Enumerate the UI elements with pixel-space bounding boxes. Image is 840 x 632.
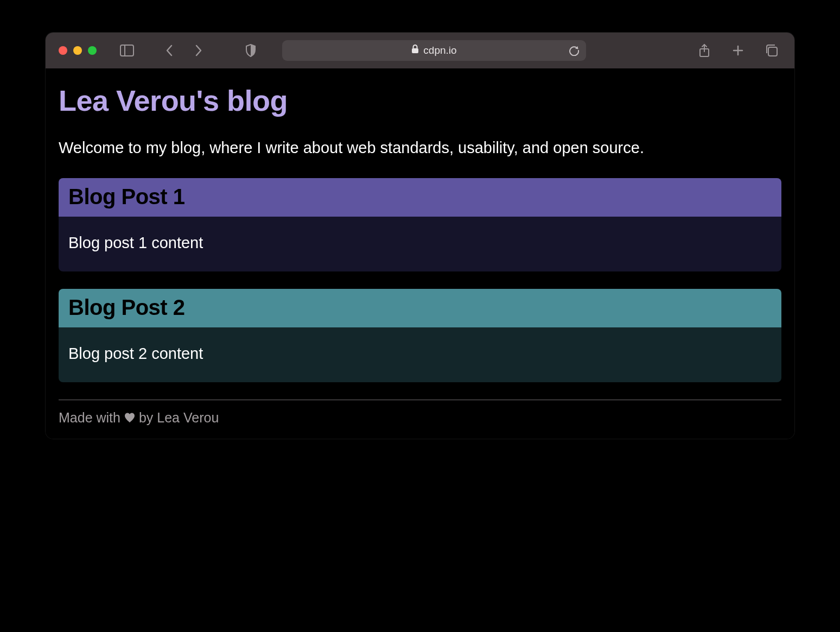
privacy-shield-icon[interactable] bbox=[241, 41, 260, 60]
address-content: cdpn.io bbox=[411, 45, 456, 56]
minimize-window-button[interactable] bbox=[73, 46, 82, 55]
blog-post-title: Blog Post 1 bbox=[68, 185, 772, 209]
blog-post: Blog Post 2 Blog post 2 content bbox=[59, 289, 781, 382]
blog-post-content: Blog post 1 content bbox=[68, 234, 772, 252]
heart-icon bbox=[124, 412, 136, 423]
forward-button[interactable] bbox=[189, 41, 208, 60]
tabs-overview-button[interactable] bbox=[762, 41, 781, 60]
share-button[interactable] bbox=[695, 41, 714, 60]
blog-post-content: Blog post 2 content bbox=[68, 345, 772, 363]
reload-button[interactable] bbox=[569, 45, 580, 56]
footer-divider bbox=[59, 400, 781, 400]
footer-prefix: Made with bbox=[59, 410, 120, 426]
page-intro: Welcome to my blog, where I write about … bbox=[59, 138, 781, 159]
address-domain: cdpn.io bbox=[423, 45, 456, 56]
page-footer: Made with by Lea Verou bbox=[59, 410, 781, 426]
browser-window: cdpn.io bbox=[46, 33, 794, 439]
svg-rect-0 bbox=[120, 45, 133, 56]
blog-post-header: Blog Post 1 bbox=[59, 178, 781, 217]
window-controls bbox=[59, 46, 97, 55]
maximize-window-button[interactable] bbox=[88, 46, 97, 55]
browser-titlebar: cdpn.io bbox=[46, 33, 794, 68]
svg-rect-2 bbox=[412, 48, 418, 53]
sidebar-toggle-icon[interactable] bbox=[117, 41, 137, 60]
footer-suffix: by Lea Verou bbox=[139, 410, 219, 426]
blog-post-body: Blog post 2 content bbox=[59, 327, 781, 382]
blog-post-title: Blog Post 2 bbox=[68, 295, 772, 320]
address-bar[interactable]: cdpn.io bbox=[282, 40, 586, 61]
blog-post-body: Blog post 1 content bbox=[59, 217, 781, 271]
page-content: Lea Verou's blog Welcome to my blog, whe… bbox=[46, 68, 794, 439]
page-title: Lea Verou's blog bbox=[59, 84, 781, 117]
close-window-button[interactable] bbox=[59, 46, 67, 55]
svg-rect-7 bbox=[768, 47, 777, 56]
blog-post: Blog Post 1 Blog post 1 content bbox=[59, 178, 781, 271]
blog-post-header: Blog Post 2 bbox=[59, 289, 781, 327]
new-tab-button[interactable] bbox=[728, 41, 748, 60]
back-button[interactable] bbox=[160, 41, 179, 60]
lock-icon bbox=[411, 45, 419, 56]
